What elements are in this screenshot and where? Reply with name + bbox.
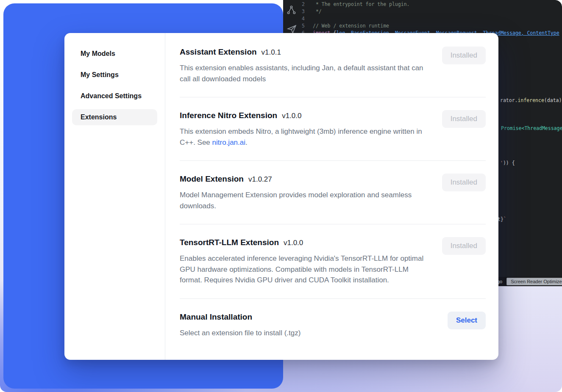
code-token: ' xyxy=(500,160,503,166)
section-text: Assistant Extension v1.0.1 This extensio… xyxy=(180,47,428,84)
code-fragment: Promise<ThreadMessage> xyxy=(501,125,562,131)
extension-description: Select an extension file to install (.tg… xyxy=(180,328,428,339)
extension-version: v1.0.1 xyxy=(262,48,281,57)
code-text: */ xyxy=(313,8,322,15)
code-text: // Web / extension runtime xyxy=(313,22,389,30)
section-text: Model Extension v1.0.27 Model Management… xyxy=(180,174,428,211)
code-token: (data)); xyxy=(544,97,562,103)
extension-title: Model Extension xyxy=(180,174,244,185)
installed-button[interactable]: Installed xyxy=(442,174,486,191)
line-number: 5 xyxy=(283,22,313,30)
sidebar-item-label: My Models xyxy=(81,50,115,57)
section-model-extension: Model Extension v1.0.27 Model Management… xyxy=(180,161,486,224)
section-text: TensortRT-LLM Extension v1.0.0 Enables a… xyxy=(180,237,428,286)
code-token: t} xyxy=(498,216,504,222)
extension-description: This extension embeds Nitro, a lightweig… xyxy=(180,126,428,148)
code-fragment: ')) { xyxy=(500,160,515,166)
code-fragment: rator.inference(data)); xyxy=(500,97,562,103)
sidebar-item-my-models[interactable]: My Models xyxy=(72,46,157,62)
code-token: ` xyxy=(504,216,506,222)
installed-button[interactable]: Installed xyxy=(442,110,486,128)
extension-version: v1.0.27 xyxy=(248,175,272,184)
settings-sidebar: My Models My Settings Advanced Settings … xyxy=(64,33,165,360)
nitro-jan-ai-link[interactable]: nitro.jan.ai xyxy=(212,138,245,146)
section-inference-nitro-extension: Inference Nitro Extension v1.0.0 This ex… xyxy=(180,97,486,161)
code-fragment: t}` xyxy=(498,216,506,222)
code-line: 3 */ xyxy=(283,8,559,15)
code-text: * The entrypoint for the plugin. xyxy=(313,1,409,8)
extension-title: Assistant Extension xyxy=(180,47,257,58)
screen-reader-notice: Screen Reader Optimized xyxy=(506,278,562,285)
installed-button[interactable]: Installed xyxy=(442,47,486,64)
line-number: 3 xyxy=(283,8,313,15)
section-assistant-extension: Assistant Extension v1.0.1 This extensio… xyxy=(180,41,486,97)
sidebar-item-label: Advanced Settings xyxy=(81,92,142,99)
sidebar-item-extensions[interactable]: Extensions xyxy=(72,109,157,125)
code-token: Promise<ThreadMessage> xyxy=(501,125,562,131)
installed-button[interactable]: Installed xyxy=(442,237,486,255)
sidebar-item-label: Extensions xyxy=(81,113,117,121)
line-number: 4 xyxy=(283,15,313,22)
settings-modal: My Models My Settings Advanced Settings … xyxy=(64,33,498,360)
section-manual-installation: Manual Installation Select an extension … xyxy=(180,299,486,351)
section-text: Inference Nitro Extension v1.0.0 This ex… xyxy=(180,110,428,148)
code-line: 2 * The entrypoint for the plugin. xyxy=(283,1,559,8)
section-tensorrt-llm-extension: TensortRT-LLM Extension v1.0.0 Enables a… xyxy=(180,224,486,299)
extension-title: Manual Installation xyxy=(180,312,252,323)
description-text: . xyxy=(245,138,248,146)
code-token: rator. xyxy=(500,97,518,103)
extension-title: TensortRT-LLM Extension xyxy=(180,237,279,248)
sidebar-item-my-settings[interactable]: My Settings xyxy=(72,67,157,83)
code-line: 4 xyxy=(283,15,559,22)
extension-version: v1.0.0 xyxy=(284,239,303,247)
extension-description: This extension enables assistants, inclu… xyxy=(180,63,428,84)
page-background: 2 * The entrypoint for the plugin. 3 */ … xyxy=(0,0,562,392)
extension-description: Model Management Extension provides mode… xyxy=(180,190,428,211)
select-file-button[interactable]: Select xyxy=(448,312,486,329)
code-lines: 2 * The entrypoint for the plugin. 3 */ … xyxy=(283,1,559,37)
code-token: inference xyxy=(518,97,544,103)
section-text: Manual Installation Select an extension … xyxy=(180,312,428,339)
sidebar-item-label: My Settings xyxy=(81,71,119,78)
sidebar-item-advanced-settings[interactable]: Advanced Settings xyxy=(72,88,157,104)
extension-description: Enables accelerated inference leveraging… xyxy=(180,253,428,286)
code-token: )) { xyxy=(503,160,515,166)
line-number: 2 xyxy=(283,1,313,8)
extensions-panel: Assistant Extension v1.0.1 This extensio… xyxy=(165,33,498,360)
code-line: 5 // Web / extension runtime xyxy=(283,22,559,30)
extension-version: v1.0.0 xyxy=(282,112,301,120)
extension-title: Inference Nitro Extension xyxy=(180,110,277,121)
